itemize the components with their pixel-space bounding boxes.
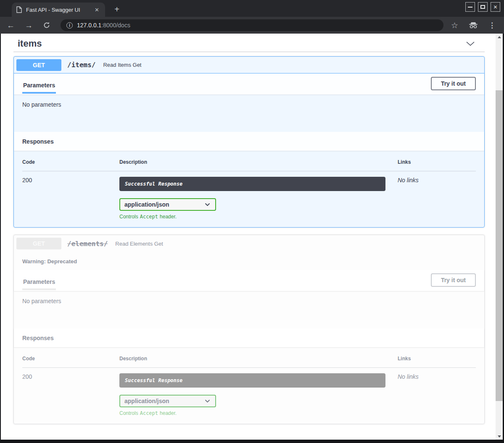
method-badge: GET [16,59,61,71]
window-maximize-button[interactable] [478,2,488,12]
responses-header: Responses [14,328,484,347]
responses-table-header: Code Description Links [22,356,476,368]
opblock-summary[interactable]: GET /elements/ Read Elements Get [14,235,484,252]
responses-header: Responses [14,132,484,151]
media-type-value: application/json [124,201,169,208]
endpoint-path: /elements/ [67,240,108,248]
try-it-out-button[interactable]: Try it out [431,273,476,287]
response-code: 200 [22,368,119,416]
forward-icon[interactable]: → [25,21,33,29]
tab-close-icon[interactable]: ✕ [93,7,101,13]
response-code: 200 [22,171,119,220]
select-chevron-icon [205,203,210,206]
media-type-select[interactable]: application/json [119,198,216,211]
controls-accept-note: ControlsAcceptheader. [119,410,398,416]
url-path: :8000/docs [101,22,130,29]
endpoint-summary: Read Items Get [103,62,141,68]
browser-tab[interactable]: Fast API - Swagger UI ✕ [12,3,105,17]
parameters-header: Parameters Try it out [14,270,484,291]
parameters-header: Parameters Try it out [14,73,484,94]
select-chevron-icon [205,399,210,403]
description-column-header: Description [119,159,398,171]
window-controls: ✕ [465,2,500,12]
reload-icon[interactable] [43,21,50,29]
page-content: items GET /items/ Read Items Get Paramet… [1,34,503,440]
description-column-header: Description [119,356,398,368]
controls-accept-note: ControlsAcceptheader. [119,214,398,220]
note-prefix: Controls [119,410,138,416]
links-column-header: Links [398,159,476,171]
response-description: Successful Response [119,177,385,191]
response-row: 200 Successful Response application/json… [22,368,476,416]
media-type-value: application/json [124,398,169,404]
parameters-tab[interactable]: Parameters [22,274,56,290]
browser-menu-icon[interactable]: ⋮ [488,21,496,30]
no-parameters-text: No parameters [14,291,484,328]
tag-title: items [18,38,42,49]
responses-table-header: Code Description Links [22,159,476,171]
parameters-tab[interactable]: Parameters [22,78,56,94]
opblock-summary[interactable]: GET /items/ Read Items Get [14,57,484,73]
scrollbar-thumb[interactable] [496,90,503,401]
media-type-select[interactable]: application/json [119,395,216,407]
tag-section-header[interactable]: items [13,34,485,52]
page-document-icon [16,6,22,13]
site-info-icon[interactable]: i [66,22,73,29]
response-links: No links [398,368,476,416]
new-tab-button[interactable]: + [111,3,123,15]
responses-title: Responses [22,335,54,341]
responses-body: Code Description Links 200 Successful Re… [14,347,484,424]
note-suffix: header. [160,214,177,220]
endpoint-path: /items/ [67,61,95,69]
responses-title: Responses [22,138,54,145]
method-badge: GET [16,238,61,249]
address-bar[interactable]: i 127.0.0.1 :8000/docs [61,19,443,31]
close-icon: ✕ [493,4,497,10]
opblock-get-items: GET /items/ Read Items Get Parameters Tr… [13,56,485,228]
url-host: 127.0.0.1 [77,22,101,29]
tab-bar: Fast API - Swagger UI ✕ + ✕ [0,0,504,17]
tab-title: Fast API - Swagger UI [26,7,93,13]
swagger-page: items GET /items/ Read Items Get Paramet… [1,34,496,440]
scroll-down-icon[interactable] [496,433,503,440]
deprecated-warning: Warning: Deprecated [14,252,484,270]
response-description-cell: Successful Response application/json Con… [119,368,398,416]
links-column-header: Links [398,356,476,368]
code-column-header: Code [22,356,119,368]
bookmark-star-icon[interactable]: ☆ [451,21,458,30]
code-column-header: Code [22,159,119,171]
no-parameters-text: No parameters [14,94,484,132]
scroll-up-icon[interactable] [496,34,503,40]
chevron-down-icon[interactable] [465,41,480,47]
minimize-icon [468,7,472,8]
try-it-out-button[interactable]: Try it out [431,77,476,90]
vertical-scrollbar[interactable] [496,34,503,440]
response-row: 200 Successful Response application/json… [22,171,476,220]
browser-toolbar: ← → i 127.0.0.1 :8000/docs ☆ ⋮ [0,17,504,34]
responses-body: Code Description Links 200 Successful Re… [14,151,484,227]
response-description-cell: Successful Response application/json Con… [119,171,398,220]
note-code: Accept [140,410,158,416]
note-prefix: Controls [119,214,138,220]
incognito-icon [468,22,478,29]
response-description: Successful Response [119,373,385,388]
toolbar-right: ☆ ⋮ [451,21,497,30]
opblock-get-elements-deprecated: GET /elements/ Read Elements Get Warning… [13,235,485,424]
window-minimize-button[interactable] [465,2,475,12]
back-icon[interactable]: ← [7,21,15,29]
endpoint-summary: Read Elements Get [115,241,163,247]
note-suffix: header. [160,410,177,416]
window-close-button[interactable]: ✕ [491,2,500,12]
maximize-icon [480,5,485,9]
note-code: Accept [140,214,158,220]
response-links: No links [398,171,476,220]
